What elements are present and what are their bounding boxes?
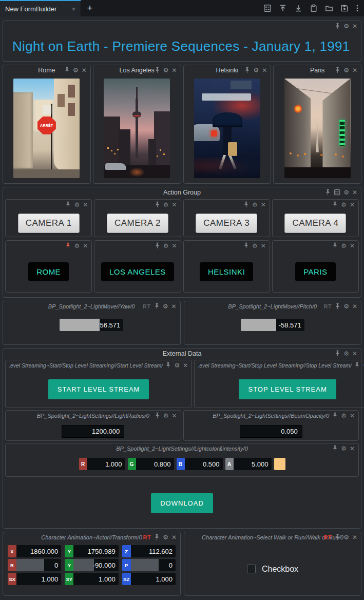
close-icon[interactable]: ✕ bbox=[352, 67, 357, 73]
helsinki-button[interactable]: HELSINKI bbox=[200, 262, 253, 281]
blue-value-input[interactable]: 0.500 bbox=[185, 458, 223, 470]
save-icon[interactable] bbox=[340, 4, 349, 12]
close-icon[interactable]: ✕ bbox=[352, 534, 357, 540]
close-icon[interactable]: ✕ bbox=[171, 534, 177, 540]
pin-icon[interactable] bbox=[332, 242, 338, 249]
close-icon[interactable]: ✕ bbox=[183, 362, 188, 369]
gear-icon[interactable]: ⚙ bbox=[163, 303, 168, 309]
camera-3-button[interactable]: CAMERA 3 bbox=[196, 214, 257, 233]
camera-2-button[interactable]: CAMERA 2 bbox=[107, 214, 168, 233]
scale-z-field[interactable]: SZ 1.000 bbox=[122, 573, 176, 585]
scale-y-field[interactable]: SY 1.000 bbox=[65, 573, 118, 585]
gear-icon[interactable]: ⚙ bbox=[343, 67, 349, 73]
close-icon[interactable]: ✕ bbox=[350, 413, 355, 419]
close-icon[interactable]: ✕ bbox=[350, 243, 355, 249]
gear-icon[interactable]: ⚙ bbox=[252, 202, 258, 208]
pin-icon[interactable] bbox=[332, 445, 338, 452]
pin-icon[interactable] bbox=[332, 201, 338, 208]
tab-close-icon[interactable]: × bbox=[71, 5, 75, 13]
pin-icon[interactable] bbox=[335, 534, 340, 540]
pin-icon[interactable] bbox=[243, 242, 249, 249]
pin-icon[interactable] bbox=[155, 412, 160, 419]
pin-icon[interactable] bbox=[64, 67, 70, 73]
roll-field[interactable]: R 0 bbox=[8, 559, 61, 571]
close-icon[interactable]: ✕ bbox=[352, 23, 357, 29]
green-value-input[interactable]: 0.800 bbox=[136, 458, 174, 470]
pin-icon[interactable] bbox=[335, 67, 340, 73]
pin-icon[interactable] bbox=[155, 201, 160, 208]
yaw-value[interactable]: 56.571 bbox=[100, 319, 123, 331]
start-level-stream-button[interactable]: START LEVEL STREAM bbox=[48, 379, 149, 399]
close-icon[interactable]: ✕ bbox=[171, 413, 177, 419]
form-builder-icon[interactable] bbox=[263, 4, 272, 12]
close-icon[interactable]: ✕ bbox=[352, 303, 357, 309]
close-icon[interactable]: ✕ bbox=[171, 303, 176, 309]
gear-icon[interactable]: ⚙ bbox=[341, 202, 347, 208]
camera-4-button[interactable]: CAMERA 4 bbox=[284, 214, 346, 233]
download-button[interactable]: DOWNLOAD bbox=[151, 493, 213, 513]
paris-button[interactable]: PARIS bbox=[295, 262, 335, 281]
close-icon[interactable]: ✕ bbox=[261, 202, 266, 208]
close-icon[interactable]: ✕ bbox=[83, 202, 88, 208]
close-icon[interactable]: ✕ bbox=[352, 351, 357, 357]
upload-icon[interactable] bbox=[279, 4, 287, 12]
gear-icon[interactable]: ⚙ bbox=[74, 202, 80, 208]
alpha-value-input[interactable]: 5.000 bbox=[234, 458, 272, 470]
yaw-spinbox[interactable]: 56.571 bbox=[60, 319, 123, 331]
pitch-field[interactable]: P 0 bbox=[122, 559, 176, 571]
yaw-field[interactable]: Y -90.000 bbox=[65, 559, 118, 571]
group-settings-icon[interactable] bbox=[334, 189, 340, 196]
gear-icon[interactable]: ⚙ bbox=[341, 413, 347, 419]
gear-icon[interactable]: ⚙ bbox=[343, 534, 349, 540]
pin-icon[interactable] bbox=[335, 23, 340, 29]
pitch-spinbox[interactable]: -58.571 bbox=[241, 319, 304, 331]
gear-icon[interactable]: ⚙ bbox=[343, 303, 349, 309]
close-icon[interactable]: ✕ bbox=[350, 202, 355, 208]
close-icon[interactable]: ✕ bbox=[171, 243, 177, 249]
gear-icon[interactable]: ⚙ bbox=[343, 189, 349, 196]
close-icon[interactable]: ✕ bbox=[83, 243, 88, 249]
close-icon[interactable]: ✕ bbox=[171, 202, 177, 208]
close-icon[interactable]: ✕ bbox=[261, 243, 266, 249]
gear-icon[interactable]: ⚙ bbox=[174, 362, 180, 369]
close-icon[interactable]: ✕ bbox=[352, 189, 357, 196]
scale-x-field[interactable]: SX 1.000 bbox=[8, 573, 61, 585]
pin-icon[interactable] bbox=[244, 67, 250, 73]
gear-icon[interactable]: ⚙ bbox=[252, 243, 258, 249]
close-icon[interactable]: ✕ bbox=[350, 446, 355, 452]
pin-icon[interactable] bbox=[155, 242, 160, 249]
beam-opacity-input[interactable]: 0.050 bbox=[240, 425, 302, 438]
pin-icon[interactable] bbox=[335, 303, 340, 309]
gear-icon[interactable]: ⚙ bbox=[341, 243, 347, 249]
pin-icon[interactable] bbox=[354, 362, 360, 369]
pin-icon[interactable] bbox=[243, 201, 249, 208]
clipboard-icon[interactable] bbox=[310, 4, 318, 12]
x-field[interactable]: X 1860.000 bbox=[8, 545, 61, 557]
camera-1-button[interactable]: CAMERA 1 bbox=[18, 214, 80, 233]
gear-icon[interactable]: ⚙ bbox=[343, 351, 349, 357]
close-icon[interactable]: ✕ bbox=[262, 67, 267, 73]
gear-icon[interactable]: ⚙ bbox=[163, 534, 168, 540]
los-angeles-button[interactable]: LOS ANGELES bbox=[101, 262, 174, 281]
gear-icon[interactable]: ⚙ bbox=[73, 67, 79, 73]
walk-run-checkbox[interactable] bbox=[247, 565, 256, 573]
z-field[interactable]: Z 112.602 bbox=[122, 545, 176, 557]
more-icon[interactable] bbox=[356, 4, 359, 12]
folder-icon[interactable] bbox=[325, 4, 333, 12]
pin-icon[interactable] bbox=[154, 303, 160, 309]
pin-icon[interactable] bbox=[325, 189, 331, 196]
new-tab-button[interactable]: + bbox=[81, 0, 99, 16]
gear-icon[interactable]: ⚙ bbox=[253, 67, 259, 73]
pin-icon-active[interactable] bbox=[65, 242, 71, 249]
stop-level-stream-button[interactable]: STOP LEVEL STREAM bbox=[239, 379, 336, 399]
pin-icon[interactable] bbox=[335, 350, 340, 357]
y-field[interactable]: Y 1750.989 bbox=[65, 545, 118, 557]
color-swatch[interactable] bbox=[274, 458, 285, 470]
light-radius-input[interactable]: 1200.000 bbox=[62, 425, 124, 438]
red-value-input[interactable]: 1.000 bbox=[87, 458, 125, 470]
gear-icon[interactable]: ⚙ bbox=[163, 67, 169, 73]
gear-icon[interactable]: ⚙ bbox=[74, 243, 80, 249]
tab-new-formbuilder[interactable]: New FormBuilder × bbox=[0, 0, 81, 16]
gear-icon[interactable]: ⚙ bbox=[343, 23, 349, 29]
gear-icon[interactable]: ⚙ bbox=[163, 243, 169, 249]
